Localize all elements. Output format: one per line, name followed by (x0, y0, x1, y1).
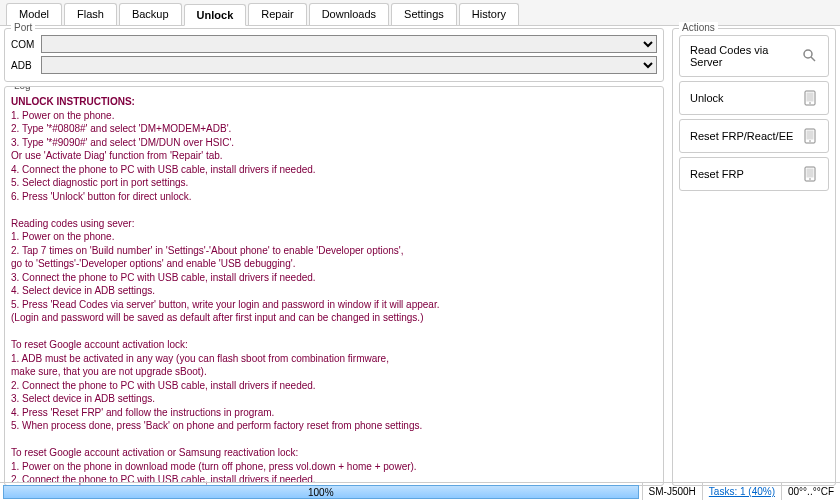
actions-title: Actions (679, 22, 718, 33)
action-reset-frp-react-ee[interactable]: Reset FRP/React/EE (679, 119, 829, 153)
adb-label: ADB (11, 60, 41, 71)
tab-repair[interactable]: Repair (248, 3, 306, 25)
log-content[interactable]: UNLOCK INSTRUCTIONS:1. Power on the phon… (5, 87, 663, 485)
tab-unlock[interactable]: Unlock (184, 4, 247, 26)
port-group: Port COM ADB (4, 28, 664, 82)
port-title: Port (11, 22, 35, 33)
status-tasks-link[interactable]: Tasks: 1 (40%) (709, 486, 775, 497)
log-title: Log (11, 86, 34, 91)
log-panel: Log UNLOCK INSTRUCTIONS:1. Power on the … (4, 86, 664, 486)
tab-history[interactable]: History (459, 3, 519, 25)
svg-point-4 (809, 102, 811, 104)
status-temp: 00°°..°°CF (781, 483, 840, 500)
action-unlock[interactable]: Unlock (679, 81, 829, 115)
tab-downloads[interactable]: Downloads (309, 3, 389, 25)
svg-rect-3 (807, 93, 814, 102)
adb-select[interactable] (41, 56, 657, 74)
svg-point-0 (804, 50, 812, 58)
phone-icon (802, 128, 818, 144)
com-select[interactable] (41, 35, 657, 53)
tab-settings[interactable]: Settings (391, 3, 457, 25)
tab-flash[interactable]: Flash (64, 3, 117, 25)
action-reset-frp[interactable]: Reset FRP (679, 157, 829, 191)
actions-group: Actions Read Codes via ServerUnlockReset… (672, 28, 836, 486)
phone-icon (802, 90, 818, 106)
svg-rect-9 (807, 169, 814, 178)
action-read-codes-via-server[interactable]: Read Codes via Server (679, 35, 829, 77)
status-bar: 100% SM-J500H Tasks: 1 (40%) 00°°..°°CF (0, 482, 840, 500)
progress-bar: 100% (3, 485, 639, 499)
svg-rect-6 (807, 131, 814, 140)
status-model: SM-J500H (642, 483, 702, 500)
svg-line-1 (811, 57, 815, 61)
svg-point-7 (809, 140, 811, 142)
phone-icon (802, 166, 818, 182)
tab-backup[interactable]: Backup (119, 3, 182, 25)
com-label: COM (11, 39, 41, 50)
svg-point-10 (809, 178, 811, 180)
search-icon (802, 48, 818, 64)
